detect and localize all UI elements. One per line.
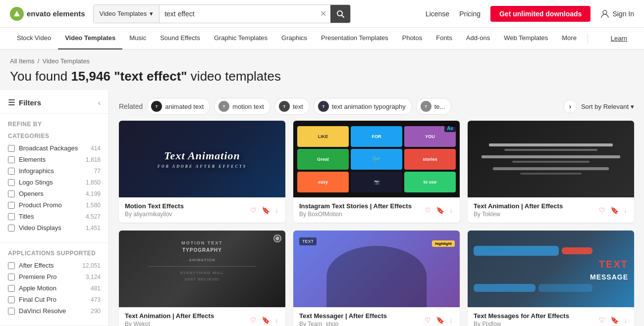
breadcrumb-all-items[interactable]: All Items [10, 57, 35, 65]
checkbox-after-effects[interactable] [8, 262, 15, 269]
filter-label-apple-motion: Apple Motion [19, 284, 87, 292]
item-card-6[interactable]: TEXT MESSAGE Text Messages for After Ef [468, 231, 634, 326]
bookmark-button-6[interactable]: 🔖 [609, 315, 620, 325]
breadcrumb-separator: / [38, 57, 40, 65]
checkbox-final-cut-pro[interactable] [8, 296, 15, 303]
favorite-button-5[interactable]: ♡ [424, 315, 432, 325]
filter-premiere-pro[interactable]: Premiere Pro 3,124 [8, 273, 101, 280]
item-card-4[interactable]: MOTION TEXT TYPOGRAPHY ANIMATION EVERYTH… [119, 231, 285, 326]
item-actions-3: ♡ 🔖 ↓ [598, 205, 628, 215]
user-icon [600, 9, 609, 18]
pricing-link[interactable]: Pricing [459, 10, 481, 18]
nav-item-learn[interactable]: Learn [604, 28, 634, 49]
sort-chevron-icon: ▾ [631, 103, 634, 110]
checkbox-product-promo[interactable] [8, 202, 15, 209]
search-input[interactable] [160, 5, 316, 23]
nav-item-addons[interactable]: Add-ons [459, 28, 497, 49]
filter-broadcast-packages[interactable]: Broadcast Packages 414 [8, 144, 101, 152]
bookmark-button-5[interactable]: 🔖 [435, 315, 445, 325]
filter-count-broadcast: 414 [91, 145, 101, 152]
person-silhouette [326, 246, 427, 307]
tag-chips: T animated text T motion text T text T t… [147, 98, 559, 115]
favorite-button-1[interactable]: ♡ [249, 205, 258, 215]
tag-text-animation-typography[interactable]: T text animation typography [314, 98, 412, 115]
checkbox-elements[interactable] [8, 156, 15, 163]
tag-text[interactable]: T text [274, 98, 310, 115]
checkbox-broadcast[interactable] [8, 145, 15, 152]
nav-item-video-templates[interactable]: Video Templates [58, 28, 122, 49]
search-button[interactable] [330, 5, 350, 23]
tag-more[interactable]: T te... [416, 98, 452, 115]
search-category-dropdown[interactable]: Video Templates ▾ [94, 5, 160, 23]
filter-final-cut-pro[interactable]: Final Cut Pro 473 [8, 296, 101, 303]
nav-item-sound-effects[interactable]: Sound Effects [153, 28, 207, 49]
checkbox-titles[interactable] [8, 213, 15, 220]
tag-icon-motion-text: T [218, 101, 229, 112]
bookmark-button-3[interactable]: 🔖 [609, 205, 620, 215]
bookmark-button-1[interactable]: 🔖 [261, 205, 271, 215]
download-button-2[interactable]: ↓ [448, 205, 454, 215]
nav-item-graphics[interactable]: Graphics [274, 28, 314, 49]
checkbox-video-displays[interactable] [8, 225, 15, 232]
logo[interactable]: envato elements [10, 7, 85, 21]
filter-count-apple-motion: 481 [91, 285, 101, 292]
nav-item-web-templates[interactable]: Web Templates [497, 28, 555, 49]
checkbox-premiere-pro[interactable] [8, 274, 15, 280]
item-card-1[interactable]: Text Animation FOR ADOBE AFTER EFFECTS M… [119, 121, 285, 223]
favorite-button-2[interactable]: ♡ [424, 205, 432, 215]
item-card-2[interactable]: Ae LIKE FOR YOU Great 🐦 stories easy 📷 t… [293, 121, 460, 223]
filter-titles[interactable]: Titles 4,527 [8, 213, 101, 220]
filter-logo-stings[interactable]: Logo Stings 1,850 [8, 179, 101, 186]
favorite-button-4[interactable]: ♡ [249, 315, 258, 325]
nav-item-graphic-templates[interactable]: Graphic Templates [207, 28, 274, 49]
thumb-image-4: MOTION TEXT TYPOGRAPHY ANIMATION EVERYTH… [119, 231, 285, 307]
favorite-button-6[interactable]: ♡ [598, 315, 606, 325]
filter-product-promo[interactable]: Product Promo 1,580 [8, 201, 101, 209]
checkbox-logo-stings[interactable] [8, 179, 15, 186]
item-card-5[interactable]: highlight TEXT Text Messager | After Eff… [293, 231, 460, 326]
item-card-3[interactable]: Text Animation | After Effects By Toklew… [468, 121, 634, 223]
nav-item-presentation-templates[interactable]: Presentation Templates [314, 28, 395, 49]
nav-item-fonts[interactable]: Fonts [429, 28, 459, 49]
sidebar: ☰ Filters ‹ Refine by Categories Broadca… [0, 90, 109, 326]
thumb-image-2: LIKE FOR YOU Great 🐦 stories easy 📷 to u… [293, 121, 460, 197]
download-button-5[interactable]: ↓ [448, 315, 454, 325]
filter-davinci-resolve[interactable]: DaVinci Resolve 290 [8, 307, 101, 315]
favorite-button-3[interactable]: ♡ [598, 205, 606, 215]
filter-openers[interactable]: Openers 4,199 [8, 190, 101, 197]
filter-label-broadcast: Broadcast Packages [19, 144, 87, 152]
sign-in-button[interactable]: Sign In [600, 9, 634, 18]
tag-motion-text[interactable]: T motion text [214, 98, 270, 115]
filter-video-displays[interactable]: Video Displays 1,451 [8, 224, 101, 232]
sidebar-apps-section: Applications Supported After Effects 12,… [0, 243, 108, 326]
nav-item-stock-video[interactable]: Stock Video [10, 28, 58, 49]
bookmark-button-4[interactable]: 🔖 [261, 315, 271, 325]
nav-item-music[interactable]: Music [122, 28, 153, 49]
download-button-6[interactable]: ↓ [623, 315, 628, 325]
tag-next-button[interactable]: › [563, 99, 577, 113]
tag-animated-text[interactable]: T animated text [147, 98, 210, 115]
nav-item-photos[interactable]: Photos [395, 28, 429, 49]
sidebar-collapse-button[interactable]: ‹ [98, 98, 101, 107]
filter-infographics[interactable]: Infographics 77 [8, 167, 101, 175]
thumb-image-6: TEXT MESSAGE [474, 246, 628, 292]
sort-label: Sort by Relevant [581, 103, 629, 110]
sort-dropdown[interactable]: Sort by Relevant ▾ [581, 103, 634, 110]
checkbox-openers[interactable] [8, 190, 15, 197]
checkbox-infographics[interactable] [8, 168, 15, 175]
get-unlimited-button[interactable]: Get unlimited downloads [490, 6, 590, 22]
bookmark-button-2[interactable]: 🔖 [435, 205, 445, 215]
item-meta-5: Text Messager | After Effects By Team_sh… [299, 312, 424, 326]
filter-apple-motion[interactable]: Apple Motion 481 [8, 284, 101, 292]
clear-search-button[interactable]: ✕ [316, 5, 330, 23]
filter-elements[interactable]: Elements 1,818 [8, 156, 101, 163]
filter-label-video-displays: Video Displays [19, 224, 82, 232]
checkbox-davinci-resolve[interactable] [8, 308, 15, 315]
filter-after-effects[interactable]: After Effects 12,051 [8, 262, 101, 269]
download-button-1[interactable]: ↓ [274, 205, 279, 215]
download-button-3[interactable]: ↓ [623, 205, 628, 215]
license-link[interactable]: License [426, 10, 449, 18]
checkbox-apple-motion[interactable] [8, 285, 15, 292]
download-button-4[interactable]: ↓ [274, 315, 279, 325]
nav-item-more[interactable]: More [555, 28, 584, 49]
